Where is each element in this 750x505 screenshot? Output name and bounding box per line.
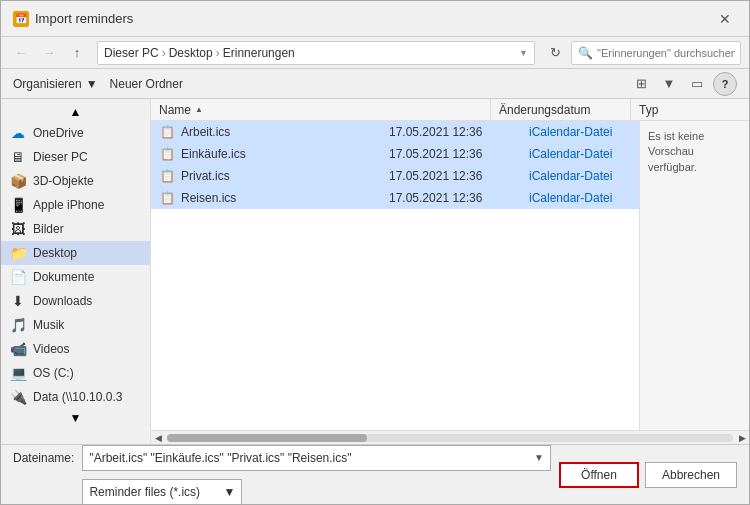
main-content: ▲ ☁ OneDrive 🖥 Dieser PC 📦 3D-Objekte 📱 …: [1, 99, 749, 444]
action-bar: Organisieren ▼ Neuer Ordner ⊞ ▼ ▭ ?: [1, 69, 749, 99]
col-name-label: Name: [159, 103, 191, 117]
file-date-privat: 17.05.2021 12:36: [381, 169, 521, 183]
sidebar-item-label: Videos: [33, 342, 69, 356]
file-icon: 📋: [159, 146, 175, 162]
search-icon: 🔍: [578, 46, 593, 60]
onedrive-icon: ☁: [9, 124, 27, 142]
breadcrumb[interactable]: Dieser PC › Desktop › Erinnerungen ▼: [97, 41, 535, 65]
back-button[interactable]: ←: [9, 41, 33, 65]
view-list-button[interactable]: ⊞: [629, 72, 653, 96]
footer: Dateiname: "Arbeit.ics" "Einkäufe.ics" "…: [1, 444, 749, 504]
filetype-select[interactable]: Reminder files (*.ics) ▼: [82, 479, 242, 505]
sidebar-item-data[interactable]: 🔌 Data (\\10.10.0.3: [1, 385, 150, 409]
hscroll-track[interactable]: [167, 434, 733, 442]
sidebar-item-label: Dieser PC: [33, 150, 88, 164]
table-row[interactable]: 📋 Einkäufe.ics 17.05.2021 12:36 iCalenda…: [151, 143, 639, 165]
file-date-einkaufe: 17.05.2021 12:36: [381, 147, 521, 161]
table-row[interactable]: 📋 Arbeit.ics 17.05.2021 12:36 iCalendar-…: [151, 121, 639, 143]
sidebar-item-desktop[interactable]: 📁 Desktop: [1, 241, 150, 265]
close-button[interactable]: ✕: [713, 7, 737, 31]
3d-objekte-icon: 📦: [9, 172, 27, 190]
sidebar-item-label: Apple iPhone: [33, 198, 104, 212]
musik-icon: 🎵: [9, 316, 27, 334]
file-name-arbeit: 📋 Arbeit.ics: [159, 124, 381, 140]
sidebar-item-dieser-pc[interactable]: 🖥 Dieser PC: [1, 145, 150, 169]
sidebar-item-dokumente[interactable]: 📄 Dokumente: [1, 265, 150, 289]
file-type-privat: iCalendar-Datei: [521, 169, 631, 183]
dieser-pc-icon: 🖥: [9, 148, 27, 166]
breadcrumb-arrow: ▼: [519, 48, 528, 58]
view-options-button[interactable]: ▼: [657, 72, 681, 96]
file-name-privat: 📋 Privat.ics: [159, 168, 381, 184]
open-button[interactable]: Öffnen: [559, 462, 639, 488]
downloads-icon: ⬇: [9, 292, 27, 310]
new-folder-label: Neuer Ordner: [110, 77, 183, 91]
sidebar-item-apple-iphone[interactable]: 📱 Apple iPhone: [1, 193, 150, 217]
sidebar-item-label: Desktop: [33, 246, 77, 260]
dialog-icon: 📅: [13, 11, 29, 27]
up-button[interactable]: ↑: [65, 41, 89, 65]
pane-button[interactable]: ▭: [685, 72, 709, 96]
filename-dropdown-arrow: ▼: [534, 452, 544, 463]
breadcrumb-pc: Dieser PC: [104, 46, 159, 60]
organise-button[interactable]: Organisieren ▼: [13, 77, 98, 91]
dokumente-icon: 📄: [9, 268, 27, 286]
sidebar: ▲ ☁ OneDrive 🖥 Dieser PC 📦 3D-Objekte 📱 …: [1, 99, 151, 444]
sidebar-item-label: Dokumente: [33, 270, 94, 284]
breadcrumb-desktop: Desktop: [169, 46, 213, 60]
sidebar-item-downloads[interactable]: ⬇ Downloads: [1, 289, 150, 313]
table-row[interactable]: 📋 Privat.ics 17.05.2021 12:36 iCalendar-…: [151, 165, 639, 187]
action-left: Organisieren ▼ Neuer Ordner: [13, 77, 183, 91]
breadcrumb-sep-2: ›: [216, 46, 220, 60]
new-folder-button[interactable]: Neuer Ordner: [110, 77, 183, 91]
file-name-reisen: 📋 Reisen.ics: [159, 190, 381, 206]
horizontal-scrollbar[interactable]: ◀ ▶: [151, 430, 749, 444]
search-input[interactable]: [597, 47, 735, 59]
sidebar-item-os-c[interactable]: 💻 OS (C:): [1, 361, 150, 385]
col-date-label: Änderungsdatum: [499, 103, 590, 117]
sidebar-item-bilder[interactable]: 🖼 Bilder: [1, 217, 150, 241]
footer-form: Dateiname: "Arbeit.ics" "Einkäufe.ics" "…: [13, 445, 551, 505]
file-icon: 📋: [159, 190, 175, 206]
sidebar-item-3d-objekte[interactable]: 📦 3D-Objekte: [1, 169, 150, 193]
sidebar-item-label: 3D-Objekte: [33, 174, 94, 188]
forward-button[interactable]: →: [37, 41, 61, 65]
footer-filetype-row: Dateiname: Reminder files (*.ics) ▼: [13, 479, 551, 505]
help-button[interactable]: ?: [713, 72, 737, 96]
sidebar-scroll-up[interactable]: ▲: [1, 103, 150, 121]
search-box[interactable]: 🔍: [571, 41, 741, 65]
file-date-reisen: 17.05.2021 12:36: [381, 191, 521, 205]
filetype-value: Reminder files (*.ics): [89, 485, 223, 499]
file-list-area: 📋 Arbeit.ics 17.05.2021 12:36 iCalendar-…: [151, 121, 749, 430]
col-header-type[interactable]: Typ: [631, 99, 741, 120]
col-type-label: Typ: [639, 103, 658, 117]
breadcrumb-folder: Erinnerungen: [223, 46, 295, 60]
organise-label: Organisieren: [13, 77, 82, 91]
sidebar-item-videos[interactable]: 📹 Videos: [1, 337, 150, 361]
apple-iphone-icon: 📱: [9, 196, 27, 214]
file-date-arbeit: 17.05.2021 12:36: [381, 125, 521, 139]
sidebar-item-musik[interactable]: 🎵 Musik: [1, 313, 150, 337]
preview-panel: Es ist keine Vorschau verfügbar.: [639, 121, 749, 430]
col-header-date[interactable]: Änderungsdatum: [491, 99, 631, 120]
scroll-down-icon: ▼: [70, 411, 82, 425]
navigation-toolbar: ← → ↑ Dieser PC › Desktop › Erinnerungen…: [1, 37, 749, 69]
hscroll-thumb[interactable]: [167, 434, 367, 442]
file-icon: 📋: [159, 124, 175, 140]
footer-buttons: Öffnen Abbrechen: [559, 453, 737, 496]
cancel-button[interactable]: Abbrechen: [645, 462, 737, 488]
videos-icon: 📹: [9, 340, 27, 358]
organise-arrow: ▼: [86, 77, 98, 91]
sidebar-scroll-down[interactable]: ▼: [1, 409, 150, 427]
filename-value: "Arbeit.ics" "Einkäufe.ics" "Privat.ics"…: [89, 451, 534, 465]
sidebar-item-label: Musik: [33, 318, 64, 332]
hscroll-left-arrow[interactable]: ◀: [151, 431, 165, 445]
col-header-name[interactable]: Name ▲: [159, 99, 491, 120]
sidebar-item-onedrive[interactable]: ☁ OneDrive: [1, 121, 150, 145]
refresh-button[interactable]: ↻: [543, 41, 567, 65]
filename-input[interactable]: "Arbeit.ics" "Einkäufe.ics" "Privat.ics"…: [82, 445, 551, 471]
file-icon: 📋: [159, 168, 175, 184]
file-pane: Name ▲ Änderungsdatum Typ 📋 Arbeit.ics: [151, 99, 749, 444]
hscroll-right-arrow[interactable]: ▶: [735, 431, 749, 445]
table-row[interactable]: 📋 Reisen.ics 17.05.2021 12:36 iCalendar-…: [151, 187, 639, 209]
